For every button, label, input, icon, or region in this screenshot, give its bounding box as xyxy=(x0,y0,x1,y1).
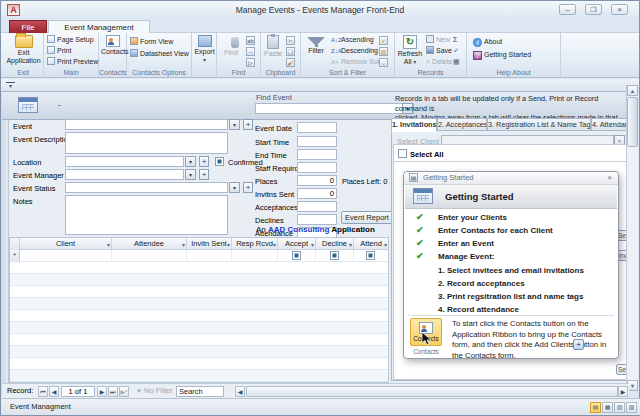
remove-sort-button[interactable]: A×Remove Sort xyxy=(331,57,382,67)
scrollbar-thumb[interactable] xyxy=(627,97,638,147)
copy-icon[interactable]: ❏ xyxy=(286,47,295,56)
close-button[interactable]: × xyxy=(611,4,628,15)
event-description-field[interactable] xyxy=(65,132,228,154)
popup-close-icon[interactable]: × xyxy=(607,172,612,184)
cell-decline[interactable] xyxy=(316,250,354,262)
column-header-invitn-sent[interactable]: Invitn Sent▾ xyxy=(187,238,232,250)
column-header-accept[interactable]: Accept▾ xyxy=(278,238,316,250)
event-date-field[interactable] xyxy=(297,122,337,133)
find-button[interactable]: Find xyxy=(219,35,243,57)
form-view-toggle[interactable]: ▤ xyxy=(590,402,601,413)
staff-required-field[interactable] xyxy=(297,162,337,173)
scroll-up-icon[interactable]: ▲ xyxy=(627,85,638,96)
restore-button[interactable]: ❐ xyxy=(585,4,602,15)
popup-title-bar[interactable]: ▤ Getting Started × xyxy=(404,172,618,185)
event-report-button[interactable]: Event Report xyxy=(341,211,393,224)
toggle-filter-icon[interactable]: ⌄ xyxy=(379,58,388,67)
cell-accept[interactable] xyxy=(278,250,316,262)
grid-select-all-corner[interactable] xyxy=(10,238,20,250)
search-input[interactable]: Search xyxy=(176,386,224,397)
about-button[interactable]: iAbout xyxy=(473,37,502,47)
pivotchart-view-toggle[interactable]: ▨ xyxy=(626,402,637,413)
form-view-button[interactable]: Form View xyxy=(130,37,173,47)
new-record-selector[interactable]: * xyxy=(10,250,20,262)
more-button[interactable]: ▦ xyxy=(453,57,460,67)
location-add-button[interactable]: + xyxy=(199,156,209,167)
event-combo[interactable] xyxy=(65,119,228,130)
event-add-button[interactable]: + xyxy=(243,119,253,130)
new-blank-record-button[interactable]: ▶* xyxy=(119,386,129,397)
event-manager-add-button[interactable]: + xyxy=(199,169,209,180)
column-header-client[interactable]: Client▾ xyxy=(20,238,112,250)
descending-button[interactable]: Z↓ADescending xyxy=(331,46,378,56)
horizontal-scrollbar[interactable] xyxy=(246,386,618,397)
previous-record-button[interactable]: ◀ xyxy=(49,386,59,397)
location-combo[interactable] xyxy=(65,156,184,167)
ascending-button[interactable]: A↓ZAscending xyxy=(331,35,374,45)
find-event-combo[interactable] xyxy=(255,103,414,114)
pivottable-view-toggle[interactable]: ▥ xyxy=(614,402,625,413)
column-header-attendee[interactable]: Attendee▾ xyxy=(112,238,187,250)
filter-button[interactable]: Filter xyxy=(304,35,328,55)
cell-resp-rcvd[interactable] xyxy=(232,250,278,262)
selection-filter-icon[interactable]: ⋎ xyxy=(379,36,388,45)
location-dropdown-icon[interactable]: ▾ xyxy=(185,156,196,167)
datasheet-view-button[interactable]: Datasheet View xyxy=(130,49,189,59)
hscroll-left-icon[interactable]: ◀ xyxy=(235,386,245,397)
file-tab[interactable]: File xyxy=(9,20,47,34)
new-record-button[interactable]: New xyxy=(426,35,450,45)
tab-invitations[interactable]: 1. Invitations xyxy=(391,118,437,132)
page-setup-button[interactable]: Page Setup xyxy=(47,35,94,45)
event-dropdown-icon[interactable]: ▾ xyxy=(229,119,240,130)
tab-event-management[interactable]: Event Management xyxy=(48,20,150,34)
decline-checkbox[interactable] xyxy=(330,251,339,260)
places-field[interactable]: 0 xyxy=(297,175,337,186)
last-record-button[interactable]: ⏭ xyxy=(108,386,118,397)
delete-record-button[interactable]: ×Delete xyxy=(426,57,452,67)
tab-attendance[interactable]: 4. Attendance xyxy=(591,118,629,131)
select-all-checkbox[interactable] xyxy=(398,149,407,158)
notes-field[interactable] xyxy=(65,195,228,235)
tab-acceptances[interactable]: 2. Acceptances xyxy=(437,118,487,131)
paste-button[interactable]: Paste xyxy=(263,35,283,58)
column-header-decline[interactable]: Decline▾ xyxy=(316,238,354,250)
end-time-field[interactable] xyxy=(297,149,337,160)
first-record-button[interactable]: ⏮ xyxy=(38,386,48,397)
accept-checkbox[interactable] xyxy=(292,251,301,260)
column-header-attend[interactable]: Attend▾ xyxy=(354,238,388,250)
declines-field[interactable] xyxy=(297,214,337,225)
tab-registration-list[interactable]: 3. Registration List & Name Tags xyxy=(487,118,591,131)
event-manager-dropdown-icon[interactable]: ▾ xyxy=(185,169,196,180)
select-icon[interactable]: ▷ xyxy=(246,58,255,67)
hscroll-right-icon[interactable]: ▶ xyxy=(618,386,628,397)
totals-button[interactable]: Σ xyxy=(453,35,457,45)
new-record-row[interactable]: * xyxy=(10,250,388,262)
attend-checkbox[interactable] xyxy=(366,251,375,260)
collapse-chevron-icon[interactable]: ▾ xyxy=(6,82,15,89)
format-painter-icon[interactable]: 🖌 xyxy=(286,58,295,67)
acceptances-field[interactable] xyxy=(297,201,337,212)
minimize-button[interactable]: – xyxy=(559,4,576,15)
getting-started-button[interactable]: ?Getting Started xyxy=(473,50,531,60)
print-button[interactable]: Print xyxy=(47,46,71,56)
datasheet-view-toggle[interactable]: ▦ xyxy=(602,402,613,413)
confirmed-checkbox[interactable] xyxy=(215,157,224,166)
cell-attendee[interactable] xyxy=(112,250,187,262)
cell-invitn-sent[interactable] xyxy=(187,250,232,262)
record-position[interactable]: 1 of 1 xyxy=(61,386,95,397)
print-preview-button[interactable]: Print Preview xyxy=(47,57,98,67)
column-header-resp-rcvd[interactable]: Resp Rcvd▾ xyxy=(232,238,278,250)
export-button[interactable]: Export ▾ xyxy=(194,35,215,64)
event-status-add-button[interactable]: + xyxy=(243,182,253,193)
next-record-button[interactable]: ▶ xyxy=(97,386,107,397)
no-filter-button[interactable]: ▼ No Filter xyxy=(136,384,172,398)
refresh-all-button[interactable]: ↻ Refresh All ▾ xyxy=(397,35,423,66)
exit-application-button[interactable]: Exit Application xyxy=(5,35,42,64)
cell-attend[interactable] xyxy=(354,250,388,262)
cut-icon[interactable]: ✂ xyxy=(286,36,295,45)
start-time-field[interactable] xyxy=(297,136,337,147)
event-status-dropdown-icon[interactable]: ▾ xyxy=(229,182,240,193)
advanced-filter-icon[interactable]: ▥ xyxy=(379,47,388,56)
spelling-button[interactable]: ✓ xyxy=(453,46,459,56)
cell-client[interactable] xyxy=(20,250,112,262)
